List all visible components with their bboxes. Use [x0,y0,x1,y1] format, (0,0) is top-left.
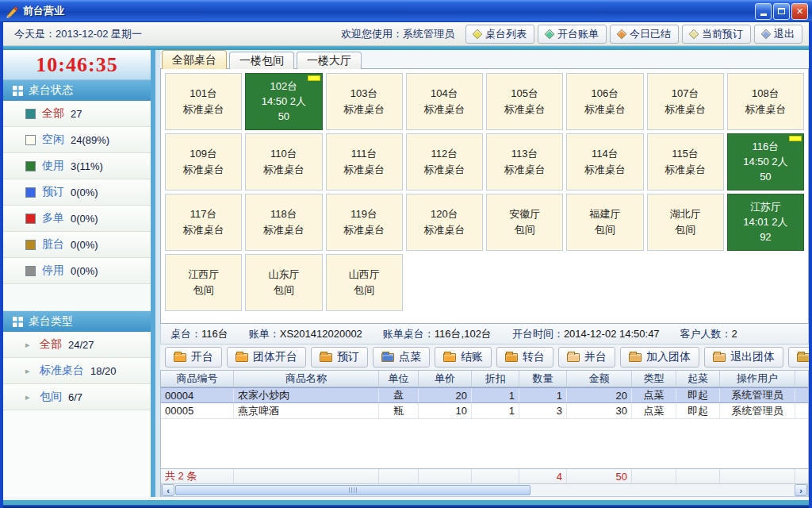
type-item-全部[interactable]: ▸全部24/27 [3,332,151,358]
type-section-title: 桌台类型 [29,314,73,329]
type-item-包间[interactable]: ▸包间6/7 [3,384,151,410]
scroll-right-button[interactable]: › [795,484,807,496]
horizontal-scrollbar: ‹ › [161,483,808,497]
status-swatch-icon [25,214,36,224]
transfer-table-button[interactable]: 转台 [496,347,553,368]
topbar-button-label: 当前预订 [702,27,743,41]
close-button[interactable]: ✕ [791,3,808,20]
order-cell: 20 [419,388,472,402]
topbar-button-reservations[interactable]: 当前预订 [682,25,751,44]
column-header: 操作用户 [720,371,795,387]
table-card-107台[interactable]: 107台标准桌台 [647,73,724,130]
status-item-label: 空闲 [42,133,64,147]
info-field-value: 116台,102台 [435,328,492,340]
table-card-106台[interactable]: 106台标准桌台 [566,73,643,130]
topbar-button-exit[interactable]: 退出 [754,25,802,44]
status-item-label: 预订 [42,185,64,199]
open-table-icon [174,353,186,362]
table-card-117台[interactable]: 117台标准桌台 [165,194,242,251]
status-item-脏台[interactable]: 脏台0(0%) [3,232,151,258]
table-card-101台[interactable]: 101台标准桌台 [165,73,242,130]
open-table-button[interactable]: 开台 [165,347,222,368]
card-table-type: 标准桌台 [183,164,224,176]
table-card-105台[interactable]: 105台标准桌台 [486,73,563,130]
table-card-安徽厅[interactable]: 安徽厅包间 [486,194,563,251]
order-row[interactable]: 00005燕京啤酒瓶101330点菜即起系统管理员 [161,403,808,419]
card-table-name: 107台 [672,87,699,100]
card-table-name: 110台 [270,148,297,160]
table-card-湖北厅[interactable]: 湖北厅包间 [647,194,724,251]
table-card-118台[interactable]: 118台标准桌台 [245,194,322,251]
column-header: 商品编号 [161,371,234,387]
table-card-111台[interactable]: 111台标准桌台 [326,133,403,190]
sidebar-spacer [3,284,151,311]
status-item-value: 0(0%) [71,265,98,277]
join-group-button[interactable]: 加入团体 [620,347,699,368]
linked-bill-tag [308,75,320,81]
leave-group-button[interactable]: 退出团体 [704,347,783,368]
status-item-多单[interactable]: 多单0(0%) [3,206,151,232]
card-table-type: 包间 [595,224,615,237]
scroll-left-button[interactable]: ‹ [162,484,174,496]
table-card-108台[interactable]: 108台标准桌台 [727,73,804,130]
order-row[interactable]: 00004农家小炒肉盘201120点菜即起系统管理员 [161,387,808,403]
topbar-button-table-list[interactable]: 桌台列表 [465,25,534,44]
table-card-114台[interactable]: 114台标准桌台 [566,133,643,190]
card-table-name: 120台 [431,208,458,221]
type-item-标准桌台[interactable]: ▸标准桌台18/20 [3,358,151,384]
status-item-value: 0(0%) [71,213,98,225]
status-item-停用[interactable]: 停用0(0%) [3,258,151,284]
table-card-112台[interactable]: 112台标准桌台 [406,133,483,190]
scroll-thumb[interactable] [175,485,530,495]
table-card-110台[interactable]: 110台标准桌台 [245,133,322,190]
merge-table-button[interactable]: 并台 [558,347,615,368]
tab-label: 一楼大厅 [307,54,351,68]
status-item-全部[interactable]: 全部27 [3,101,151,127]
table-card-山西厅[interactable]: 山西厅包间 [326,254,403,311]
status-item-预订[interactable]: 预订0(0%) [3,179,151,206]
info-field-bill: 账单：XS201412020002 [249,327,362,341]
maximize-button[interactable] [773,3,790,20]
table-card-山东厅[interactable]: 山东厅包间 [245,254,322,311]
column-header: 单价 [419,371,472,387]
checkout-icon [443,353,456,362]
order-table-body: 00004农家小炒肉盘201120点菜即起系统管理员00005燕京啤酒瓶1013… [161,387,808,419]
order-cell: 1 [519,388,567,402]
tab-label: 一楼包间 [239,54,284,68]
cancel-bill-button[interactable]: 取消账单 [788,347,809,368]
info-field-value: 2014-12-02 14:50:47 [564,328,660,340]
table-card-115台[interactable]: 115台标准桌台 [647,133,724,190]
status-item-使用[interactable]: 使用3(11%) [3,153,151,179]
reserve-button[interactable]: 预订 [311,347,368,368]
group-open-button[interactable]: 团体开台 [227,347,306,368]
card-table-type: 包间 [274,284,294,297]
table-card-江苏厅[interactable]: 江苏厅14:01 2人92 [727,194,804,251]
order-button[interactable]: 点菜 [373,347,430,368]
table-card-102台[interactable]: 102台14:50 2人50 [245,73,322,130]
card-table-name: 115台 [672,148,699,160]
card-table-type: 标准桌台 [745,103,786,116]
checkout-button[interactable]: 结账 [435,347,492,368]
status-item-空闲[interactable]: 空闲24(89%) [3,127,151,153]
table-card-119台[interactable]: 119台标准桌台 [326,194,403,251]
minimize-button[interactable] [755,3,772,20]
table-card-120台[interactable]: 120台标准桌台 [406,194,483,251]
table-card-福建厅[interactable]: 福建厅包间 [566,194,643,251]
table-card-江西厅[interactable]: 江西厅包间 [165,254,242,311]
card-table-name: 江西厅 [188,268,219,281]
table-card-109台[interactable]: 109台标准桌台 [165,133,242,190]
tab-1[interactable]: 全部桌台 [162,50,227,69]
table-card-116台[interactable]: 116台14:50 2人50 [727,133,804,190]
table-card-grid: 101台标准桌台102台14:50 2人50103台标准桌台104台标准桌台10… [160,68,809,324]
order-table-filler [161,419,808,468]
card-table-type: 标准桌台 [504,103,546,116]
tab-3[interactable]: 一楼大厅 [297,52,362,69]
settled-today-icon [617,29,627,39]
topbar-button-open-bills[interactable]: 开台账单 [538,25,607,44]
topbar-button-settled-today[interactable]: 今日已结 [610,25,679,44]
table-card-104台[interactable]: 104台标准桌台 [406,73,483,130]
table-card-103台[interactable]: 103台标准桌台 [326,73,403,130]
card-table-type: 标准桌台 [343,164,385,176]
table-card-113台[interactable]: 113台标准桌台 [486,133,563,190]
tab-2[interactable]: 一楼包间 [229,52,294,69]
